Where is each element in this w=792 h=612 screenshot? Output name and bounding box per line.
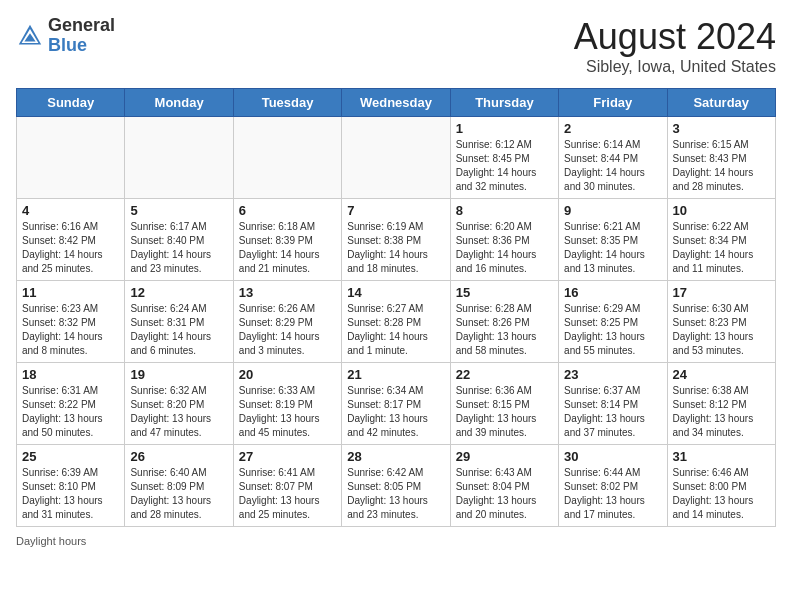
day-info: Sunrise: 6:14 AM Sunset: 8:44 PM Dayligh… [564, 138, 661, 194]
day-number: 24 [673, 367, 770, 382]
calendar-cell: 20Sunrise: 6:33 AM Sunset: 8:19 PM Dayli… [233, 363, 341, 445]
day-info: Sunrise: 6:16 AM Sunset: 8:42 PM Dayligh… [22, 220, 119, 276]
calendar-week-2: 4Sunrise: 6:16 AM Sunset: 8:42 PM Daylig… [17, 199, 776, 281]
calendar-header-wednesday: Wednesday [342, 89, 450, 117]
location: Sibley, Iowa, United States [574, 58, 776, 76]
calendar-cell: 4Sunrise: 6:16 AM Sunset: 8:42 PM Daylig… [17, 199, 125, 281]
calendar-cell: 13Sunrise: 6:26 AM Sunset: 8:29 PM Dayli… [233, 281, 341, 363]
calendar: SundayMondayTuesdayWednesdayThursdayFrid… [16, 88, 776, 527]
day-info: Sunrise: 6:34 AM Sunset: 8:17 PM Dayligh… [347, 384, 444, 440]
calendar-cell: 16Sunrise: 6:29 AM Sunset: 8:25 PM Dayli… [559, 281, 667, 363]
calendar-cell: 10Sunrise: 6:22 AM Sunset: 8:34 PM Dayli… [667, 199, 775, 281]
calendar-cell: 23Sunrise: 6:37 AM Sunset: 8:14 PM Dayli… [559, 363, 667, 445]
day-info: Sunrise: 6:40 AM Sunset: 8:09 PM Dayligh… [130, 466, 227, 522]
calendar-cell: 18Sunrise: 6:31 AM Sunset: 8:22 PM Dayli… [17, 363, 125, 445]
day-info: Sunrise: 6:17 AM Sunset: 8:40 PM Dayligh… [130, 220, 227, 276]
day-number: 2 [564, 121, 661, 136]
day-info: Sunrise: 6:12 AM Sunset: 8:45 PM Dayligh… [456, 138, 553, 194]
calendar-cell: 6Sunrise: 6:18 AM Sunset: 8:39 PM Daylig… [233, 199, 341, 281]
logo: General Blue [16, 16, 115, 56]
day-number: 23 [564, 367, 661, 382]
day-info: Sunrise: 6:44 AM Sunset: 8:02 PM Dayligh… [564, 466, 661, 522]
day-info: Sunrise: 6:31 AM Sunset: 8:22 PM Dayligh… [22, 384, 119, 440]
day-info: Sunrise: 6:23 AM Sunset: 8:32 PM Dayligh… [22, 302, 119, 358]
day-number: 16 [564, 285, 661, 300]
day-number: 4 [22, 203, 119, 218]
day-number: 10 [673, 203, 770, 218]
day-info: Sunrise: 6:38 AM Sunset: 8:12 PM Dayligh… [673, 384, 770, 440]
day-info: Sunrise: 6:24 AM Sunset: 8:31 PM Dayligh… [130, 302, 227, 358]
calendar-cell: 9Sunrise: 6:21 AM Sunset: 8:35 PM Daylig… [559, 199, 667, 281]
calendar-cell: 21Sunrise: 6:34 AM Sunset: 8:17 PM Dayli… [342, 363, 450, 445]
day-info: Sunrise: 6:43 AM Sunset: 8:04 PM Dayligh… [456, 466, 553, 522]
calendar-cell: 5Sunrise: 6:17 AM Sunset: 8:40 PM Daylig… [125, 199, 233, 281]
day-number: 18 [22, 367, 119, 382]
month-year: August 2024 [574, 16, 776, 58]
day-number: 31 [673, 449, 770, 464]
logo-text: General Blue [48, 16, 115, 56]
day-info: Sunrise: 6:15 AM Sunset: 8:43 PM Dayligh… [673, 138, 770, 194]
calendar-header-tuesday: Tuesday [233, 89, 341, 117]
day-info: Sunrise: 6:39 AM Sunset: 8:10 PM Dayligh… [22, 466, 119, 522]
calendar-week-5: 25Sunrise: 6:39 AM Sunset: 8:10 PM Dayli… [17, 445, 776, 527]
calendar-cell: 24Sunrise: 6:38 AM Sunset: 8:12 PM Dayli… [667, 363, 775, 445]
logo-general: General [48, 15, 115, 35]
day-info: Sunrise: 6:46 AM Sunset: 8:00 PM Dayligh… [673, 466, 770, 522]
day-number: 6 [239, 203, 336, 218]
calendar-cell: 17Sunrise: 6:30 AM Sunset: 8:23 PM Dayli… [667, 281, 775, 363]
daylight-label: Daylight hours [16, 535, 86, 547]
calendar-cell: 22Sunrise: 6:36 AM Sunset: 8:15 PM Dayli… [450, 363, 558, 445]
calendar-cell: 30Sunrise: 6:44 AM Sunset: 8:02 PM Dayli… [559, 445, 667, 527]
day-info: Sunrise: 6:21 AM Sunset: 8:35 PM Dayligh… [564, 220, 661, 276]
logo-blue: Blue [48, 35, 87, 55]
calendar-cell: 19Sunrise: 6:32 AM Sunset: 8:20 PM Dayli… [125, 363, 233, 445]
calendar-cell: 27Sunrise: 6:41 AM Sunset: 8:07 PM Dayli… [233, 445, 341, 527]
calendar-cell [342, 117, 450, 199]
day-number: 27 [239, 449, 336, 464]
calendar-cell: 14Sunrise: 6:27 AM Sunset: 8:28 PM Dayli… [342, 281, 450, 363]
day-number: 30 [564, 449, 661, 464]
day-number: 20 [239, 367, 336, 382]
day-info: Sunrise: 6:36 AM Sunset: 8:15 PM Dayligh… [456, 384, 553, 440]
footer-note: Daylight hours [16, 535, 776, 547]
day-number: 13 [239, 285, 336, 300]
day-number: 11 [22, 285, 119, 300]
day-info: Sunrise: 6:30 AM Sunset: 8:23 PM Dayligh… [673, 302, 770, 358]
calendar-cell: 26Sunrise: 6:40 AM Sunset: 8:09 PM Dayli… [125, 445, 233, 527]
calendar-cell: 15Sunrise: 6:28 AM Sunset: 8:26 PM Dayli… [450, 281, 558, 363]
day-number: 5 [130, 203, 227, 218]
calendar-cell: 29Sunrise: 6:43 AM Sunset: 8:04 PM Dayli… [450, 445, 558, 527]
calendar-header-saturday: Saturday [667, 89, 775, 117]
day-number: 7 [347, 203, 444, 218]
calendar-cell: 25Sunrise: 6:39 AM Sunset: 8:10 PM Dayli… [17, 445, 125, 527]
calendar-cell [233, 117, 341, 199]
day-info: Sunrise: 6:22 AM Sunset: 8:34 PM Dayligh… [673, 220, 770, 276]
day-info: Sunrise: 6:29 AM Sunset: 8:25 PM Dayligh… [564, 302, 661, 358]
day-number: 21 [347, 367, 444, 382]
calendar-cell [125, 117, 233, 199]
calendar-header-thursday: Thursday [450, 89, 558, 117]
calendar-header-row: SundayMondayTuesdayWednesdayThursdayFrid… [17, 89, 776, 117]
day-number: 25 [22, 449, 119, 464]
calendar-cell: 2Sunrise: 6:14 AM Sunset: 8:44 PM Daylig… [559, 117, 667, 199]
day-number: 22 [456, 367, 553, 382]
calendar-cell: 12Sunrise: 6:24 AM Sunset: 8:31 PM Dayli… [125, 281, 233, 363]
day-info: Sunrise: 6:20 AM Sunset: 8:36 PM Dayligh… [456, 220, 553, 276]
day-info: Sunrise: 6:28 AM Sunset: 8:26 PM Dayligh… [456, 302, 553, 358]
calendar-header-friday: Friday [559, 89, 667, 117]
day-info: Sunrise: 6:42 AM Sunset: 8:05 PM Dayligh… [347, 466, 444, 522]
day-number: 29 [456, 449, 553, 464]
day-number: 12 [130, 285, 227, 300]
logo-icon [16, 22, 44, 50]
day-number: 28 [347, 449, 444, 464]
calendar-header-monday: Monday [125, 89, 233, 117]
calendar-cell: 3Sunrise: 6:15 AM Sunset: 8:43 PM Daylig… [667, 117, 775, 199]
day-info: Sunrise: 6:19 AM Sunset: 8:38 PM Dayligh… [347, 220, 444, 276]
day-number: 19 [130, 367, 227, 382]
day-number: 17 [673, 285, 770, 300]
day-number: 9 [564, 203, 661, 218]
day-info: Sunrise: 6:41 AM Sunset: 8:07 PM Dayligh… [239, 466, 336, 522]
day-number: 26 [130, 449, 227, 464]
day-info: Sunrise: 6:27 AM Sunset: 8:28 PM Dayligh… [347, 302, 444, 358]
day-info: Sunrise: 6:32 AM Sunset: 8:20 PM Dayligh… [130, 384, 227, 440]
